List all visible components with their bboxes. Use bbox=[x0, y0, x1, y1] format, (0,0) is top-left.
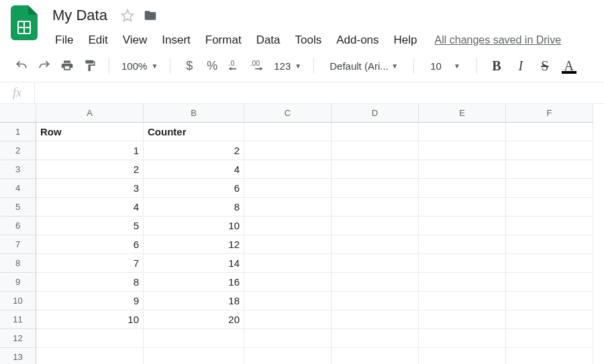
cell-A2[interactable]: 1 bbox=[36, 141, 144, 160]
cell-B9[interactable]: 16 bbox=[144, 273, 244, 292]
cell-B11[interactable]: 20 bbox=[144, 310, 244, 329]
cell-D2[interactable] bbox=[332, 141, 419, 160]
cell-B10[interactable]: 18 bbox=[144, 292, 244, 310]
cell-D5[interactable] bbox=[332, 198, 419, 217]
cell-C4[interactable] bbox=[244, 179, 332, 198]
col-header-E[interactable]: E bbox=[419, 104, 506, 123]
cell-A6[interactable]: 5 bbox=[36, 217, 144, 235]
redo-button[interactable] bbox=[35, 56, 54, 75]
cell-C2[interactable] bbox=[244, 141, 332, 160]
cell-F13[interactable] bbox=[506, 348, 593, 364]
col-header-D[interactable]: D bbox=[332, 104, 419, 123]
cell-F6[interactable] bbox=[506, 217, 593, 235]
paint-format-button[interactable] bbox=[81, 56, 99, 75]
cell-D13[interactable] bbox=[332, 348, 419, 364]
cell-D4[interactable] bbox=[332, 179, 419, 198]
cell-C6[interactable] bbox=[244, 217, 332, 235]
cell-E6[interactable] bbox=[419, 217, 506, 235]
cell-F12[interactable] bbox=[506, 329, 593, 348]
cell-B13[interactable] bbox=[144, 348, 244, 364]
formula-input[interactable] bbox=[35, 82, 604, 103]
cell-B6[interactable]: 10 bbox=[144, 217, 244, 235]
cell-C10[interactable] bbox=[244, 292, 332, 310]
cell-A9[interactable]: 8 bbox=[36, 273, 144, 292]
cell-D9[interactable] bbox=[332, 273, 419, 292]
cell-F2[interactable] bbox=[506, 141, 593, 160]
col-header-F[interactable]: F bbox=[506, 104, 593, 123]
star-icon[interactable] bbox=[121, 9, 134, 22]
cell-A1[interactable]: Row bbox=[36, 123, 144, 141]
col-header-C[interactable]: C bbox=[244, 104, 332, 123]
strikethrough-button[interactable]: S bbox=[535, 56, 555, 75]
row-header[interactable]: 9 bbox=[0, 273, 36, 292]
row-header[interactable]: 12 bbox=[0, 329, 36, 348]
cell-E12[interactable] bbox=[419, 329, 506, 348]
menu-addons[interactable]: Add-ons bbox=[330, 31, 385, 50]
cell-B3[interactable]: 4 bbox=[144, 160, 244, 179]
font-family-dropdown[interactable]: Default (Ari... ▼ bbox=[323, 57, 404, 75]
cell-F11[interactable] bbox=[506, 310, 593, 329]
menu-edit[interactable]: Edit bbox=[81, 31, 114, 50]
decrease-decimal-button[interactable]: .0 bbox=[225, 56, 244, 75]
cell-D1[interactable] bbox=[332, 123, 419, 141]
col-header-B[interactable]: B bbox=[144, 104, 244, 123]
cell-B4[interactable]: 6 bbox=[144, 179, 244, 198]
more-formats-dropdown[interactable]: 123 ▼ bbox=[271, 60, 304, 72]
cell-A4[interactable]: 3 bbox=[36, 179, 144, 198]
menu-view[interactable]: View bbox=[116, 31, 154, 50]
cell-D8[interactable] bbox=[332, 254, 419, 273]
cell-E9[interactable] bbox=[419, 273, 506, 292]
cell-A3[interactable]: 2 bbox=[36, 160, 144, 179]
cell-A7[interactable]: 6 bbox=[36, 235, 144, 254]
menu-tools[interactable]: Tools bbox=[289, 31, 329, 50]
cell-F4[interactable] bbox=[506, 179, 593, 198]
menu-help[interactable]: Help bbox=[387, 31, 424, 50]
row-header[interactable]: 5 bbox=[0, 198, 36, 217]
cell-C11[interactable] bbox=[244, 310, 332, 329]
row-header[interactable]: 11 bbox=[0, 310, 36, 329]
cell-A5[interactable]: 4 bbox=[36, 198, 144, 217]
cell-C1[interactable] bbox=[244, 123, 332, 141]
cell-A12[interactable] bbox=[36, 329, 144, 348]
row-header[interactable]: 10 bbox=[0, 292, 36, 310]
cell-E4[interactable] bbox=[419, 179, 506, 198]
cell-E2[interactable] bbox=[419, 141, 506, 160]
menu-file[interactable]: File bbox=[48, 31, 80, 50]
select-all-corner[interactable] bbox=[0, 104, 36, 123]
row-header[interactable]: 2 bbox=[0, 141, 36, 160]
cell-D10[interactable] bbox=[332, 292, 419, 310]
cell-F10[interactable] bbox=[506, 292, 593, 310]
cell-B2[interactable]: 2 bbox=[144, 141, 244, 160]
cell-E10[interactable] bbox=[419, 292, 506, 310]
cell-E5[interactable] bbox=[419, 198, 506, 217]
row-header[interactable]: 6 bbox=[0, 217, 36, 235]
cell-E11[interactable] bbox=[419, 310, 506, 329]
move-folder-icon[interactable] bbox=[144, 9, 157, 22]
cell-B12[interactable] bbox=[144, 329, 244, 348]
row-header[interactable]: 8 bbox=[0, 254, 36, 273]
cell-A13[interactable] bbox=[36, 348, 144, 364]
save-status[interactable]: All changes saved in Drive bbox=[435, 34, 562, 46]
cell-C3[interactable] bbox=[244, 160, 332, 179]
cell-D12[interactable] bbox=[332, 329, 419, 348]
cell-B7[interactable]: 12 bbox=[144, 235, 244, 254]
cell-A11[interactable]: 10 bbox=[36, 310, 144, 329]
cell-B5[interactable]: 8 bbox=[144, 198, 244, 217]
cell-F9[interactable] bbox=[506, 273, 593, 292]
cell-F1[interactable] bbox=[506, 123, 593, 141]
menu-format[interactable]: Format bbox=[199, 31, 248, 50]
cell-A10[interactable]: 9 bbox=[36, 292, 144, 310]
col-header-A[interactable]: A bbox=[36, 104, 144, 123]
cell-E1[interactable] bbox=[419, 123, 506, 141]
increase-decimal-button[interactable]: .00 bbox=[248, 56, 267, 75]
cell-F8[interactable] bbox=[506, 254, 593, 273]
cell-C12[interactable] bbox=[244, 329, 332, 348]
undo-button[interactable] bbox=[12, 56, 31, 75]
bold-button[interactable]: B bbox=[487, 56, 507, 75]
text-color-button[interactable]: A bbox=[559, 56, 579, 75]
cell-E8[interactable] bbox=[419, 254, 506, 273]
cell-A8[interactable]: 7 bbox=[36, 254, 144, 273]
cell-C7[interactable] bbox=[244, 235, 332, 254]
row-header[interactable]: 1 bbox=[0, 123, 36, 141]
row-header[interactable]: 13 bbox=[0, 348, 36, 364]
